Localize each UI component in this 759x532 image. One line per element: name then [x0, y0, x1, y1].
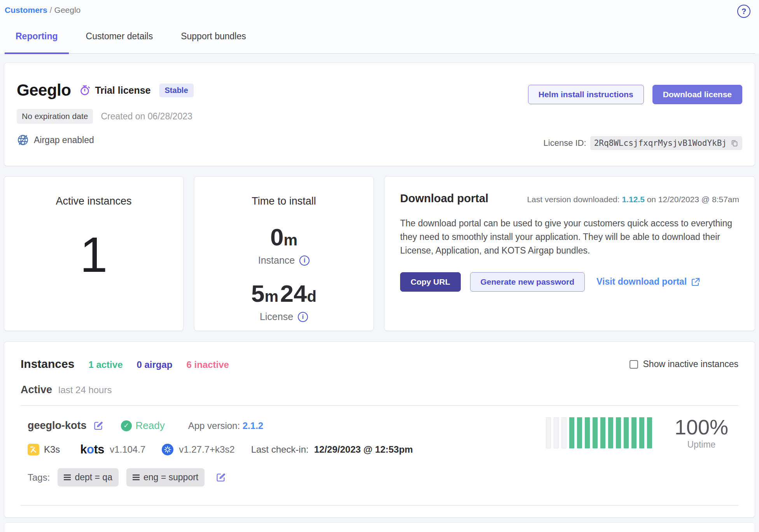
active-instances-title: Active instances — [56, 195, 131, 207]
status-label: Ready — [136, 420, 165, 432]
next-card-sliver — [4, 522, 755, 532]
edit-name-icon[interactable] — [93, 420, 104, 431]
instance-time-label: Instance — [258, 255, 295, 266]
app-version: App version: 2.1.2 — [188, 420, 263, 431]
license-install-time: 5m 24d — [251, 282, 317, 306]
kots-version: v1.104.7 — [110, 444, 145, 455]
status-badge: ✓ Ready — [121, 420, 165, 432]
customer-name: Geeglo — [17, 81, 71, 100]
active-count[interactable]: 1 active — [88, 359, 122, 370]
breadcrumb-customers-link[interactable]: Customers — [5, 5, 47, 14]
license-time-value-2: 24 — [280, 280, 307, 307]
distribution-label: K3s — [44, 444, 60, 455]
license-summary-card: Geeglo Trial license Stable No expiratio… — [4, 63, 755, 166]
time-to-install-title: Time to install — [252, 195, 316, 207]
kots-k: k — [80, 443, 87, 456]
show-inactive-toggle[interactable]: Show inactive instances — [630, 359, 738, 369]
tag-pill: dept = qa — [58, 468, 119, 486]
airgap-globe-icon — [17, 134, 29, 146]
tag-label: eng = support — [143, 472, 198, 483]
active-group-title: Active — [21, 384, 52, 396]
inactive-count[interactable]: 6 inactive — [187, 359, 229, 370]
uptime-bar — [554, 417, 559, 448]
uptime-bars — [546, 417, 652, 448]
helm-install-button[interactable]: Helm install instructions — [528, 85, 644, 104]
airgap-label: Airgap enabled — [34, 135, 94, 145]
divider — [21, 505, 738, 506]
uptime-label: Uptime — [675, 439, 728, 450]
uptime-value: 100% — [675, 416, 728, 439]
tab-support-bundles[interactable]: Support bundles — [170, 30, 257, 53]
page-header: Customers/Geeglo ? Reporting Customer de… — [0, 0, 759, 54]
instance-install-time: 0m — [270, 225, 297, 249]
uptime-bar — [647, 417, 652, 448]
license-info-icon[interactable]: i — [298, 312, 308, 322]
app-version-label: App version: — [188, 420, 240, 431]
generate-password-button[interactable]: Generate new password — [470, 272, 585, 292]
app-version-link[interactable]: 2.1.2 — [243, 420, 263, 431]
uptime-bar — [600, 417, 605, 448]
active-group-subtitle: last 24 hours — [58, 385, 112, 396]
tab-bar: Reporting Customer details Support bundl… — [4, 30, 755, 54]
ready-check-icon: ✓ — [121, 420, 132, 431]
breadcrumb: Customers/Geeglo — [4, 5, 755, 15]
show-inactive-checkbox[interactable] — [630, 360, 638, 369]
uptime-bar — [569, 417, 574, 448]
uptime-bar — [616, 417, 621, 448]
copy-icon[interactable] — [731, 139, 738, 147]
uptime-bar — [631, 417, 637, 448]
help-icon[interactable]: ? — [737, 5, 750, 18]
last-checkin-value: 12/29/2023 @ 12:53pm — [314, 444, 413, 455]
license-time-label: License — [260, 311, 293, 322]
tag-icon — [133, 474, 140, 480]
instance-info-icon[interactable]: i — [299, 256, 310, 266]
uptime-bar — [624, 417, 629, 448]
download-portal-description: The download portal can be used to give … — [400, 217, 739, 257]
uptime-bar — [561, 417, 567, 448]
tag-label: dept = qa — [75, 472, 112, 483]
trial-timer-icon — [79, 84, 91, 96]
last-version-label: Last version downloaded: — [527, 195, 619, 204]
uptime-summary: 100% Uptime — [546, 416, 728, 450]
uptime-bar — [593, 417, 598, 448]
uptime-bar — [585, 417, 590, 448]
active-instances-value: 1 — [80, 230, 107, 280]
k3s-icon — [28, 444, 39, 455]
airgap-count[interactable]: 0 airgap — [136, 359, 172, 370]
last-version-link[interactable]: 1.12.5 — [622, 195, 644, 204]
copy-url-button[interactable]: Copy URL — [400, 272, 461, 292]
kots-ts: ts — [94, 443, 105, 456]
tag-pill: eng = support — [126, 468, 205, 486]
kots-logo: kots — [80, 443, 104, 457]
kots-o: o — [87, 443, 94, 456]
license-time-unit-1: m — [265, 288, 279, 305]
uptime-bar — [639, 417, 644, 448]
tab-reporting[interactable]: Reporting — [5, 30, 69, 53]
license-id-label: License ID: — [544, 138, 586, 148]
tab-customer-details[interactable]: Customer details — [75, 30, 164, 53]
tags-label: Tags: — [28, 472, 50, 483]
instance-name: geeglo-kots — [28, 420, 87, 432]
breadcrumb-separator: / — [50, 5, 52, 14]
kubernetes-icon — [162, 444, 173, 455]
show-inactive-label: Show inactive instances — [643, 359, 738, 369]
visit-download-portal-link[interactable]: Visit download portal — [596, 276, 701, 287]
download-license-button[interactable]: Download license — [652, 85, 742, 104]
time-to-install-card: Time to install 0m Instance i 5m 24d Lic… — [194, 176, 374, 331]
k8s-version: v1.27.7+k3s2 — [179, 444, 234, 455]
active-instances-card: Active instances 1 — [4, 176, 184, 331]
created-date: Created on 06/28/2023 — [101, 111, 192, 122]
license-time-value-1: 5 — [251, 280, 264, 307]
uptime-bar — [546, 417, 551, 448]
last-version-downloaded: Last version downloaded: 1.12.5 on 12/20… — [527, 195, 739, 204]
last-checkin-label: Last check-in: — [251, 444, 309, 455]
license-type: Trial license — [79, 84, 150, 96]
instance-time-unit: m — [283, 231, 297, 248]
license-time-unit-2: d — [307, 288, 317, 305]
breadcrumb-current: Geeglo — [54, 5, 81, 14]
visit-portal-label: Visit download portal — [596, 276, 687, 287]
edit-tags-icon[interactable] — [215, 472, 226, 483]
uptime-bar — [577, 417, 582, 448]
license-id-value[interactable]: 2Rq8WLcsjfxqrMysjvB1WodYkBj — [590, 136, 742, 150]
uptime-bar — [608, 417, 613, 448]
